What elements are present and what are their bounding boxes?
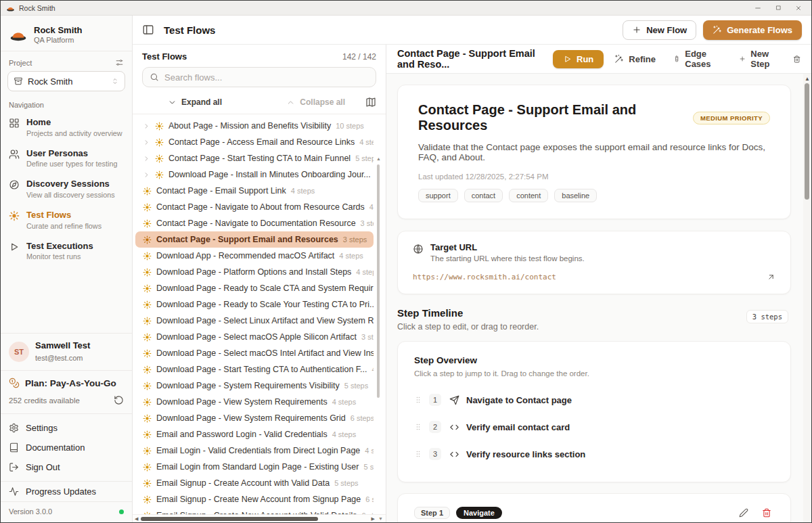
- flow-tag: support: [418, 189, 458, 202]
- overview-step[interactable]: 3Verify resource links section: [414, 444, 774, 464]
- progress-updates-button[interactable]: Progress Updates: [1, 482, 132, 501]
- flow-tag: baseline: [554, 189, 597, 202]
- flow-item-steps: 3 steps: [361, 333, 374, 341]
- collapse-all-button[interactable]: Collapse all: [286, 97, 345, 107]
- flow-sun-icon: [143, 349, 152, 358]
- flow-item[interactable]: Download App - Recommended macOS Artifac…: [135, 248, 374, 264]
- refine-button[interactable]: Refine: [608, 50, 662, 68]
- sidebar-item-test-flows[interactable]: Test FlowsCurate and refine flows: [1, 204, 132, 235]
- flow-item[interactable]: Contact Page - Email Support Link4 steps: [135, 183, 374, 199]
- drag-handle-icon[interactable]: [414, 422, 422, 432]
- user-profile[interactable]: ST Samwell Test test@test.com: [1, 333, 132, 370]
- map-view-icon[interactable]: [365, 97, 376, 108]
- expand-all-button[interactable]: Expand all: [168, 97, 222, 107]
- flow-item-steps: 4 steps: [372, 365, 374, 373]
- flow-item[interactable]: Download Page - System Requirements Visi…: [135, 378, 374, 394]
- flow-item[interactable]: Download Page - Ready to Scale CTA and S…: [135, 280, 374, 296]
- delete-flow-icon[interactable]: [793, 54, 800, 64]
- sidebar-toggle-icon[interactable]: [142, 24, 154, 36]
- flow-item[interactable]: Email Login - Valid Credentials from Dir…: [135, 442, 374, 459]
- flow-item[interactable]: About Page - Mission and Benefits Visibi…: [135, 118, 374, 134]
- flow-item[interactable]: Download Page - Start Testing CTA to Aut…: [135, 361, 374, 378]
- flows-panel: Test Flows 142 / 142 Expand all: [133, 45, 386, 522]
- sign-out-button[interactable]: Sign Out: [1, 457, 132, 477]
- flow-item[interactable]: Contact Page - Start Testing CTA to Main…: [135, 150, 374, 166]
- run-button[interactable]: Run: [553, 50, 604, 68]
- flow-item[interactable]: Contact Page - Access Email and Resource…: [135, 134, 374, 150]
- flow-item[interactable]: Download Page - Install in Minutes Onboa…: [135, 166, 374, 183]
- nav-item-description: View all discovery sessions: [26, 191, 115, 199]
- flow-item-title: Download Page - Platform Options and Ins…: [156, 267, 351, 277]
- edit-step-icon[interactable]: [739, 508, 748, 518]
- edge-cases-button[interactable]: Edge Cases: [667, 45, 728, 73]
- flow-item[interactable]: Download Page - Select Linux Artifact an…: [135, 313, 374, 329]
- navigate-icon: [449, 395, 459, 405]
- target-url-subtitle: The starting URL where this test flow be…: [430, 254, 585, 263]
- documentation-button[interactable]: Documentation: [1, 438, 132, 457]
- user-email: test@test.com: [35, 354, 83, 362]
- globe-icon: [413, 244, 424, 254]
- close-button[interactable]: [790, 2, 807, 14]
- drag-handle-icon[interactable]: [414, 395, 422, 405]
- flow-item[interactable]: Email Signup - Create New Account from S…: [135, 491, 374, 507]
- sidebar-item-home[interactable]: HomeProjects and activity overview: [1, 112, 132, 143]
- external-link-icon[interactable]: [767, 273, 775, 281]
- target-url-card: Target URL The starting URL where this t…: [397, 231, 791, 294]
- flow-summary-card: Contact Page - Support Email and Resourc…: [397, 85, 791, 219]
- step-number: 2: [429, 421, 441, 433]
- flow-sun-icon: [143, 219, 152, 228]
- chevron-right-icon[interactable]: [143, 139, 150, 146]
- step-number-chip: Step 1: [414, 507, 450, 519]
- generate-flows-button[interactable]: Generate Flows: [703, 20, 802, 40]
- new-flow-button[interactable]: New Flow: [623, 20, 696, 40]
- flow-item[interactable]: Email and Password Login - Valid Credent…: [135, 426, 374, 442]
- project-settings-icon[interactable]: [115, 58, 124, 67]
- detail-vertical-scrollbar[interactable]: ▲: [803, 74, 811, 522]
- flow-item[interactable]: Email Signup - Create Account with Valid…: [135, 475, 374, 491]
- titlebar: Rock Smith: [1, 1, 811, 16]
- chevron-down-icon: [168, 98, 177, 107]
- flow-item[interactable]: Download Page - Ready to Scale Your Test…: [135, 296, 374, 313]
- chevron-right-icon[interactable]: [143, 155, 150, 162]
- flow-item-title: Contact Page - Email Support Link: [156, 186, 286, 196]
- flow-item-title: Download App - Recommended macOS Artifac…: [156, 251, 334, 260]
- new-step-button[interactable]: New Step: [732, 45, 786, 73]
- drag-handle-icon[interactable]: [414, 449, 422, 459]
- flow-item[interactable]: Download Page - View System Requirements…: [135, 410, 374, 426]
- flow-item[interactable]: Email Signup - Create New Account with V…: [135, 507, 374, 514]
- flow-item[interactable]: Download Page - Platform Options and Ins…: [135, 264, 374, 280]
- flow-item[interactable]: Download Page - View System Requirements…: [135, 394, 374, 410]
- project-select[interactable]: Rock Smith: [7, 71, 125, 91]
- brand-name: Rock Smith: [34, 25, 83, 35]
- steps-count-badge: 3 steps: [746, 310, 788, 323]
- flow-item[interactable]: Contact Page - Support Email and Resourc…: [135, 231, 374, 248]
- sidebar-item-test-executions[interactable]: Test ExecutionsMonitor test runs: [1, 235, 132, 267]
- flow-item[interactable]: Download Page - Select macOS Intel Artif…: [135, 345, 374, 361]
- flow-item[interactable]: Email Login from Standard Login Page - E…: [135, 459, 374, 475]
- sidebar-item-user-personas[interactable]: User PersonasDefine user types for testi…: [1, 143, 132, 174]
- flow-item[interactable]: Contact Page - Navigate to Documentation…: [135, 215, 374, 231]
- flow-item-title: Contact Page - Navigate to Documentation…: [156, 219, 356, 228]
- settings-button[interactable]: Settings: [1, 418, 132, 438]
- delete-step-icon[interactable]: [762, 508, 771, 518]
- flow-tag: contact: [464, 189, 503, 202]
- refresh-credits-icon[interactable]: [114, 395, 124, 405]
- target-url-link[interactable]: https://www.rocksmith.ai/contact: [413, 273, 556, 281]
- flow-sun-icon: [155, 138, 164, 147]
- overview-step[interactable]: 1Navigate to Contact page: [414, 390, 774, 410]
- maximize-button[interactable]: [769, 2, 787, 14]
- chevron-right-icon[interactable]: [143, 122, 150, 130]
- minimize-button[interactable]: [749, 2, 767, 14]
- wand-icon: [713, 25, 722, 35]
- flows-panel-title: Test Flows: [142, 51, 187, 62]
- overview-step[interactable]: 2Verify email contact card: [414, 417, 774, 437]
- menu-item-label: Documentation: [26, 442, 85, 453]
- nav-item-label: Test Executions: [26, 241, 93, 252]
- flow-item[interactable]: Download Page - Select macOS Apple Silic…: [135, 329, 374, 345]
- flows-horizontal-scrollbar[interactable]: ◀ ▶ ▼: [133, 514, 386, 522]
- search-input[interactable]: [164, 72, 369, 83]
- sidebar-item-discovery-sessions[interactable]: Discovery SessionsView all discovery ses…: [1, 173, 132, 204]
- overview-steps: 1Navigate to Contact page2Verify email c…: [414, 390, 774, 464]
- flow-item[interactable]: Contact Page - Navigate to About from Re…: [135, 199, 374, 215]
- chevron-right-icon[interactable]: [143, 171, 150, 179]
